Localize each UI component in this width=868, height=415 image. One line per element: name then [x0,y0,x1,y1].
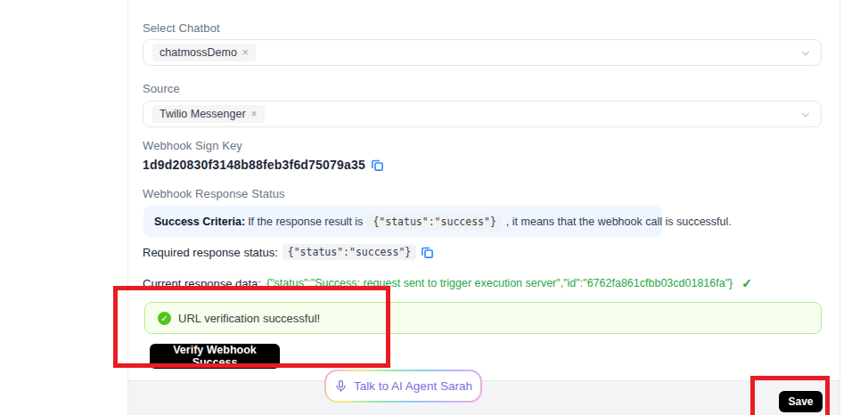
sign-key-label: Webhook Sign Key [143,139,242,152]
url-verification-message: URL verification successful! [178,312,320,325]
source-tag-label: Twilio Messenger [160,107,246,121]
card-right-border [839,0,840,415]
copy-icon[interactable] [371,159,384,172]
talk-to-agent-inner: Talk to AI Agent Sarah [326,371,480,401]
success-criteria-code: {"status":"success"} [367,214,501,230]
chatbot-tag-close-icon[interactable]: × [242,45,249,60]
talk-to-agent-button[interactable]: Talk to AI Agent Sarah [324,370,482,403]
chatbot-tag: chatmossDemo × [152,44,256,61]
chatbot-tag-label: chatmossDemo [160,45,237,60]
success-criteria-pre: If the response result is [248,216,363,228]
check-icon: ✓ [741,276,752,290]
source-tag: Twilio Messenger × [152,105,265,123]
required-status-row: Required response status: {"status":"suc… [143,244,434,260]
copy-icon[interactable] [421,246,434,259]
current-response-value: {"status":"Success: request sent to trig… [266,277,733,289]
footer-band [128,380,839,415]
success-criteria-post: , it means that the webhook call is succ… [506,216,732,228]
source-select[interactable]: Twilio Messenger × [143,101,822,127]
chatbot-select[interactable]: chatmossDemo × [143,39,822,66]
source-tag-close-icon[interactable]: × [251,107,258,121]
sign-key-row: 1d9d20830f3148b88feb3f6d75079a35 [143,158,384,172]
required-status-label: Required response status: [143,246,278,259]
url-verification-alert: ✓ URL verification successful! [144,302,822,334]
chevron-down-icon [799,109,812,121]
success-check-icon: ✓ [158,312,171,325]
chevron-down-icon [799,47,812,60]
source-label: Source [143,82,180,95]
sign-key-value: 1d9d20830f3148b88feb3f6d75079a35 [143,158,365,172]
talk-to-agent-label: Talk to AI Agent Sarah [354,379,472,393]
current-response-row: Current response data: {"status":"Succes… [143,276,752,290]
select-chatbot-label: Select Chatbot [143,21,220,35]
required-status-code: {"status":"success"} [283,244,416,260]
response-status-label: Webhook Response Status [143,187,285,200]
card-left-border [127,0,128,415]
save-button[interactable]: Save [779,391,823,412]
success-criteria-title: Success Criteria: [154,216,245,228]
verify-webhook-button[interactable]: Verify Webhook Success [150,344,280,369]
current-response-label: Current response data: [143,277,261,290]
microphone-icon [334,379,348,393]
success-criteria-box: Success Criteria: If the response result… [143,206,662,237]
